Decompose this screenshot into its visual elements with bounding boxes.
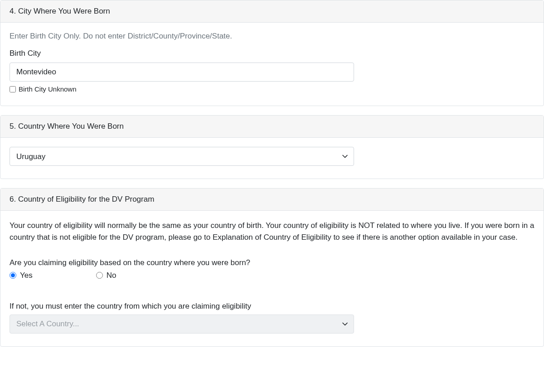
- birth-city-unknown-row: Birth City Unknown: [10, 85, 534, 93]
- birth-city-unknown-label[interactable]: Birth City Unknown: [19, 85, 77, 93]
- section-eligibility: 6. Country of Eligibility for the DV Pro…: [0, 188, 544, 347]
- birth-city-label: Birth City: [10, 49, 534, 58]
- eligibility-radio-row: Yes No: [10, 271, 534, 280]
- section-header: 6. Country of Eligibility for the DV Pro…: [0, 189, 544, 211]
- section-header: 5. Country Where You Were Born: [0, 116, 544, 138]
- ifnot-label: If not, you must enter the country from …: [10, 302, 534, 311]
- radio-option-no: No: [96, 271, 117, 280]
- eligibility-no-label[interactable]: No: [107, 271, 117, 280]
- eligibility-no-radio[interactable]: [96, 272, 103, 279]
- radio-option-yes: Yes: [10, 271, 33, 280]
- section-body: Uruguay: [0, 138, 544, 179]
- section-birth-country: 5. Country Where You Were Born Uruguay: [0, 115, 544, 179]
- ifnot-country-select-wrap: Select A Country...: [10, 315, 354, 334]
- eligibility-question: Are you claiming eligibility based on th…: [10, 258, 534, 267]
- section-body: Enter Birth City Only. Do not enter Dist…: [0, 23, 544, 106]
- eligibility-yes-radio[interactable]: [10, 272, 16, 279]
- section-birth-city: 4. City Where You Were Born Enter Birth …: [0, 0, 544, 106]
- birth-city-unknown-checkbox[interactable]: [10, 86, 16, 92]
- birth-country-select-wrap: Uruguay: [10, 147, 354, 166]
- birth-country-select[interactable]: Uruguay: [10, 147, 354, 166]
- eligibility-yes-label[interactable]: Yes: [20, 271, 33, 280]
- eligibility-body-text: Your country of eligibility will normall…: [10, 220, 534, 244]
- ifnot-country-select: Select A Country...: [10, 315, 354, 334]
- helper-text: Enter Birth City Only. Do not enter Dist…: [10, 32, 534, 41]
- section-header: 4. City Where You Were Born: [0, 0, 544, 23]
- birth-city-input[interactable]: [10, 63, 354, 82]
- section-body: Your country of eligibility will normall…: [0, 211, 544, 346]
